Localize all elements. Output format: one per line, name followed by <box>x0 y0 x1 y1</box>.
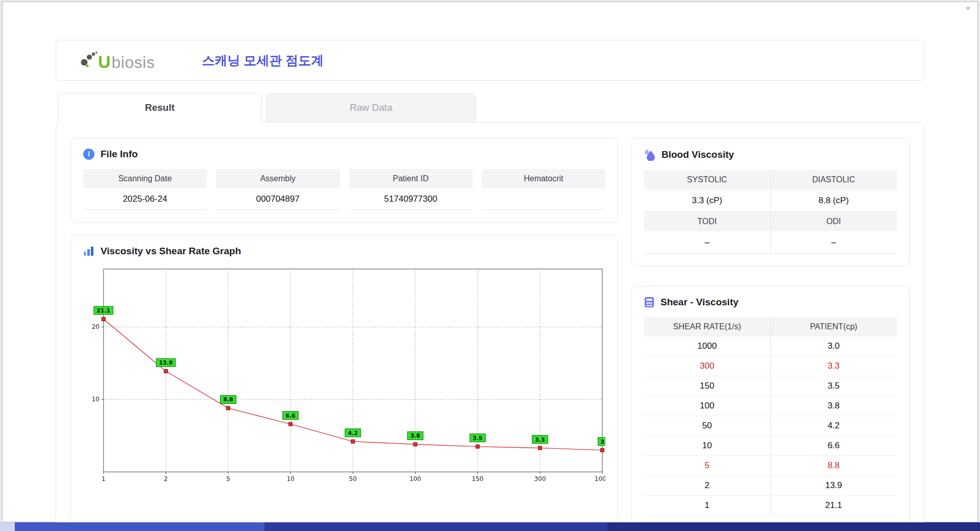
svg-text:21.1: 21.1 <box>96 307 110 314</box>
table-row: 150 3.5 <box>644 376 897 396</box>
todi-label: TODI <box>644 212 771 231</box>
svg-text:6.6: 6.6 <box>286 413 296 419</box>
svg-text:150: 150 <box>472 475 483 482</box>
shear-rate-value: 100 <box>644 396 771 416</box>
svg-text:50: 50 <box>349 475 357 482</box>
file-info-title: File Info <box>101 149 138 160</box>
tab-raw-data[interactable]: Raw Data <box>266 93 476 123</box>
app-title: 스캐닝 모세관 점도계 <box>202 52 324 69</box>
todi-value: – <box>644 231 771 254</box>
header: Ubiosis 스캐닝 모세관 점도계 <box>56 40 924 81</box>
field-label: Scanning Date <box>83 169 207 188</box>
tab-bar: Result Raw Data <box>56 93 924 123</box>
field-label: Assembly <box>216 169 339 188</box>
field-scanning-date: Scanning Date 2025-06-24 <box>83 169 207 210</box>
diastolic-label: DIASTOLIC <box>771 170 897 189</box>
tab-result[interactable]: Result <box>58 93 262 123</box>
svg-text:300: 300 <box>534 475 546 482</box>
svg-text:5: 5 <box>226 475 230 482</box>
shear-rate-value: 2 <box>644 476 771 495</box>
field-value: 51740977300 <box>349 188 473 210</box>
blood-viscosity-card: Blood Viscosity SYSTOLIC DIASTOLIC 3.3 (… <box>631 138 910 267</box>
field-value: 000704897 <box>216 188 339 210</box>
desktop-taskbar <box>0 522 980 531</box>
file-info-card: i File Info Scanning Date 2025-06-24 Ass… <box>70 138 618 223</box>
table-row: 100 3.8 <box>644 396 897 416</box>
patient-value: 3.0 <box>771 336 897 356</box>
svg-text:3.8: 3.8 <box>410 432 420 439</box>
droplet-icon <box>644 149 655 161</box>
svg-text:100: 100 <box>409 475 421 482</box>
viscosity-chart: 12510501001503001000102021.113.98.86.64.… <box>83 266 605 495</box>
right-column: Blood Viscosity SYSTOLIC DIASTOLIC 3.3 (… <box>631 138 910 528</box>
blood-viscosity-grid: SYSTOLIC DIASTOLIC 3.3 (cP) 8.8 (cP) TOD… <box>644 170 897 254</box>
chart-area: 12510501001503001000102021.113.98.86.64.… <box>83 266 605 495</box>
field-label: Patient ID <box>349 169 473 188</box>
close-icon[interactable]: × <box>966 4 970 12</box>
svg-text:3: 3 <box>600 439 604 445</box>
file-info-title-row: i File Info <box>83 149 605 160</box>
result-panel: i File Info Scanning Date 2025-06-24 Ass… <box>56 122 924 531</box>
svg-text:1000: 1000 <box>595 475 605 482</box>
shear-rate-column-header: SHEAR RATE(1/s) <box>644 317 771 336</box>
logo-text-biosis: biosis <box>112 54 155 70</box>
patient-value: 13.9 <box>771 476 897 495</box>
table-row: 2 13.9 <box>644 476 897 496</box>
patient-value: 4.2 <box>771 416 897 436</box>
patient-value: 3.8 <box>771 396 897 416</box>
systolic-label: SYSTOLIC <box>644 170 771 189</box>
field-patient-id: Patient ID 51740977300 <box>349 169 473 210</box>
shear-rate-value: 5 <box>644 456 771 475</box>
odi-value: – <box>771 231 897 254</box>
info-icon: i <box>83 149 94 160</box>
table-row: 300 3.3 <box>644 356 897 376</box>
patient-value: 21.1 <box>771 496 897 515</box>
patient-value: 8.8 <box>771 456 897 475</box>
shear-viscosity-card: Shear - Viscosity SHEAR RATE(1/s) PATIEN… <box>631 286 910 528</box>
left-column: i File Info Scanning Date 2025-06-24 Ass… <box>70 138 618 528</box>
bar-chart-icon <box>83 246 94 256</box>
file-info-fields: Scanning Date 2025-06-24 Assembly 000704… <box>83 169 605 210</box>
systolic-value: 3.3 (cP) <box>644 189 771 212</box>
svg-text:3.3: 3.3 <box>535 437 545 443</box>
table-row: 5 8.8 <box>644 456 897 476</box>
shear-viscosity-title-row: Shear - Viscosity <box>644 297 897 308</box>
field-label: Hematocrit <box>482 169 605 188</box>
table-row: 50 4.2 <box>644 416 897 436</box>
svg-text:10: 10 <box>92 396 100 403</box>
field-value <box>482 188 605 210</box>
field-hematocrit: Hematocrit <box>482 169 605 210</box>
svg-text:10: 10 <box>287 475 295 482</box>
svg-text:20: 20 <box>92 323 100 330</box>
patient-value: 3.3 <box>771 356 897 376</box>
table-row: 1 21.1 <box>644 496 897 516</box>
diastolic-value: 8.8 (cP) <box>771 189 897 212</box>
svg-text:1: 1 <box>102 475 106 482</box>
logo-dots-icon <box>80 50 99 69</box>
ubiosis-logo: Ubiosis <box>80 50 155 70</box>
calculator-icon <box>644 297 654 308</box>
svg-text:8.8: 8.8 <box>223 396 233 403</box>
blood-viscosity-title-row: Blood Viscosity <box>644 149 897 161</box>
odi-label: ODI <box>771 212 897 231</box>
table-row: 1000 3.0 <box>644 336 897 356</box>
graph-title-row: Viscosity vs Shear Rate Graph <box>83 246 605 257</box>
table-row: 10 6.6 <box>644 436 897 456</box>
svg-text:3.5: 3.5 <box>473 435 482 442</box>
field-value: 2025-06-24 <box>83 188 207 210</box>
patient-value: 6.6 <box>771 436 897 455</box>
graph-card: Viscosity vs Shear Rate Graph 1251050100… <box>70 235 618 528</box>
patient-value: 3.5 <box>771 376 897 396</box>
app-window: × Ubiosis 스캐닝 모세관 점도계 Result Raw Data <box>2 2 978 522</box>
patient-column-header: PATIENT(cp) <box>771 317 897 336</box>
shear-table-header: SHEAR RATE(1/s) PATIENT(cp) <box>644 317 897 336</box>
shear-viscosity-title: Shear - Viscosity <box>660 297 739 308</box>
svg-text:2: 2 <box>164 475 168 482</box>
shear-rate-value: 150 <box>644 376 771 396</box>
svg-text:4.2: 4.2 <box>348 430 358 437</box>
shear-rate-value: 300 <box>644 356 771 376</box>
logo-text-u: U <box>98 53 111 70</box>
svg-text:13.9: 13.9 <box>159 359 173 366</box>
shear-rate-value: 1 <box>644 496 771 515</box>
graph-title: Viscosity vs Shear Rate Graph <box>101 246 241 257</box>
